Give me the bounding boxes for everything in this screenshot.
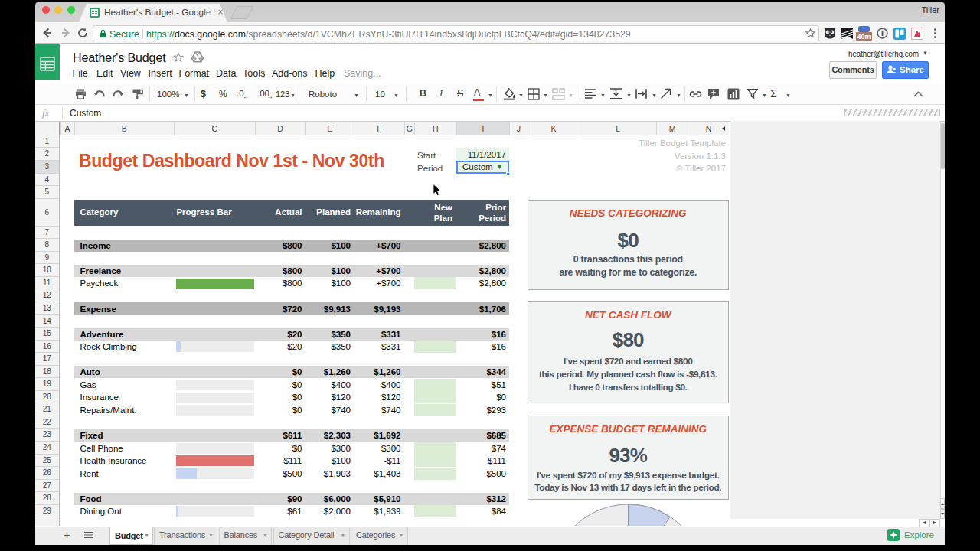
svg-text:40m: 40m xyxy=(857,33,871,41)
